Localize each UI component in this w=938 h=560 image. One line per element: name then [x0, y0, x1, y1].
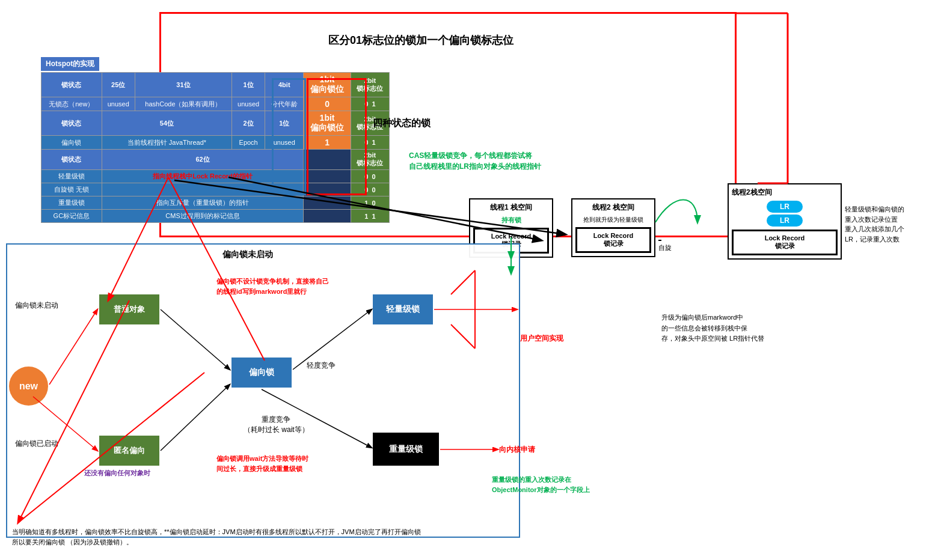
td-bias0: 0 — [304, 97, 351, 111]
td-spinlock-desc — [102, 183, 304, 196]
lr-box2: LR — [767, 215, 803, 227]
lr-sublabel3: 锁记录 — [737, 242, 833, 251]
new-circle: new — [9, 367, 48, 406]
plain-object-box: 普通对象 — [99, 294, 159, 324]
td-flag00b: 0 0 — [351, 183, 389, 196]
th-lockstate2: 锁状态 — [41, 111, 102, 136]
th-2bit: 2位 — [232, 111, 265, 136]
footnote: 当明确知道有多线程时，偏向锁效率不比自旋锁高，**偏向锁启动延时：JVM启动时有… — [12, 527, 553, 548]
th-lockstate1: 锁状态 — [41, 73, 102, 97]
td-age1: 分代年龄 — [265, 97, 304, 111]
bias-desc-text: 偏向锁不设计锁竞争机制，直接将自己 的线程id写到markword里就行 — [216, 276, 349, 296]
td-lr-ptr: 指向线程栈中Lock Record的指针 — [102, 170, 304, 183]
td-empty3 — [304, 196, 351, 210]
td-gc-desc: CMS过程用到的标记信息 — [102, 210, 304, 223]
lr-label3: Lock Record — [737, 234, 833, 242]
footnote-line2: 所以要关闭偏向锁 （因为涉及锁撤销）。 — [12, 537, 553, 548]
main-container: 区分01标志位的锁加一个偏向锁标志位 Hotspot的实现 锁状态 25位 31… — [0, 0, 938, 560]
thread2-lockrecord-right: Lock Record 锁记录 — [732, 230, 838, 255]
td-flag10: 1 0 — [351, 196, 389, 210]
thread2-right-title: 线程2栈空间 — [732, 187, 838, 198]
anon-bias-box: 匿名偏向 — [99, 436, 159, 466]
heavyweight-lock-box: 重量级锁 — [373, 433, 439, 466]
thread2-upgrade-text: 抢到就升级为轻量级锁 — [575, 216, 651, 224]
td-empty4 — [304, 210, 351, 223]
heavy-compete-label: 重度竞争 （耗时过长 wait等） — [244, 415, 309, 435]
th-1bit: 1位 — [232, 73, 265, 97]
lr-label1: Lock Record — [478, 233, 544, 240]
thread2-right-stack: 线程2栈空间 LR LR Lock Record 锁记录 — [728, 183, 842, 260]
th-1bit-bias2: 1bit偏向锁位 — [304, 111, 351, 136]
td-flag00: 0 0 — [351, 170, 389, 183]
thread1-hold: 持有锁 — [473, 216, 549, 225]
lr-sublabel2: 锁记录 — [580, 239, 646, 248]
hotspot-label: Hotspot的实现 — [41, 57, 99, 74]
td-hashcode: hashCode（如果有调用） — [135, 97, 231, 111]
kernel-request-label: 向内核申请 — [499, 445, 535, 455]
lightweight-lock-box: 轻量级锁 — [373, 294, 433, 324]
thread1-title: 线程1 栈空间 — [473, 202, 549, 213]
lr-label2: Lock Record — [580, 232, 646, 239]
th-2bit-flag3: 2bit锁标志位 — [351, 150, 389, 170]
bias-started-left: 偏向锁已启动 — [15, 439, 58, 449]
td-unused3: unused — [265, 136, 304, 150]
td-empty1 — [304, 170, 351, 183]
th-25bit: 25位 — [102, 73, 135, 97]
light-compete-label: 轻度竞争 — [307, 361, 336, 371]
footnote-line1: 当明确知道有多线程时，偏向锁效率不比自旋锁高，**偏向锁启动延时：JVM启动时有… — [12, 527, 553, 538]
cas-text: CAS轻量级锁竞争，每个线程都尝试将 自己线程栈里的LR指向对象头的线程指针 — [409, 150, 541, 172]
th-1bit2: 1位 — [265, 111, 304, 136]
td-newlock: 无锁态（new） — [41, 97, 102, 111]
td-flag01b: 0 1 — [351, 136, 389, 150]
th-4bit1: 4bit — [265, 73, 304, 97]
td-unused1: unused — [102, 97, 135, 111]
td-spinlock: 自旋锁 无锁 — [41, 183, 102, 196]
bottom-box-title: 偏向锁未启动 — [222, 249, 273, 260]
th-2bit-flag1: 2bit锁标志位 — [351, 73, 389, 97]
reenter-desc: 轻量级锁和偏向锁的 重入次数记录位置 重入几次就添加几个 LR，记录重入次数 — [845, 204, 934, 244]
lr-box1: LR — [767, 201, 803, 213]
td-lightweight: 轻量级锁 — [41, 170, 102, 183]
td-javathread: 当前线程指针 JavaThread* — [102, 136, 231, 150]
heavy-compete-subtitle: （耗时过长 wait等） — [244, 425, 309, 435]
page-title: 区分01标志位的锁加一个偏向锁标志位 — [241, 33, 601, 47]
td-epoch: Epoch — [232, 136, 265, 150]
lock-table-area: 锁状态 25位 31位 1位 4bit 1bit偏向锁位 2bit锁标志位 无锁… — [41, 72, 390, 223]
td-flag01: 0 1 — [351, 97, 389, 111]
th-1bit-bias1: 1bit偏向锁位 — [304, 73, 351, 97]
heavy-reenter-text1: 重量级锁的重入次数记录在ObjectMonitor对象的一个字段上 — [492, 476, 590, 493]
th-62bit: 62位 — [102, 150, 304, 170]
th-31bit: 31位 — [135, 73, 231, 97]
thread2-title-mid: 线程2 栈空间 — [575, 202, 651, 213]
thread2-stack-middle: 线程2 栈空间 抢到就升级为轻量级锁 Lock Record 锁记录 — [571, 198, 655, 257]
zizuan-label: 自旋 — [658, 243, 672, 252]
four-states-label: 四种状态的锁 — [373, 117, 431, 130]
td-bias1: 1 — [304, 136, 351, 150]
th-empty — [304, 150, 351, 170]
td-heavylock: 重量级锁 — [41, 196, 102, 210]
thread2-lockrecord-mid: Lock Record 锁记录 — [575, 227, 651, 253]
heavy-compete-red-desc: 偏向锁调用wait方法导致等待时 间过长，直接升级成重量级锁 — [216, 454, 349, 473]
td-unused2: unused — [232, 97, 265, 111]
th-lockstate3: 锁状态 — [41, 150, 102, 170]
td-gcmark: GC标记信息 — [41, 210, 102, 223]
heavy-reenter-desc: 重量级锁的重入次数记录在ObjectMonitor对象的一个字段上 — [492, 475, 612, 495]
th-54bit: 54位 — [102, 111, 231, 136]
heavy-compete-title: 重度竞争 — [244, 415, 309, 425]
td-empty2 — [304, 183, 351, 196]
td-flag11: 1 1 — [351, 210, 389, 223]
anon-desc: 还没有偏向任何对象时 — [84, 469, 150, 478]
td-heavy-ptr: 指向互斥量（重量级锁）的指针 — [102, 196, 304, 210]
bias-upgrade-desc: 升级为偏向锁后markword中 的一些信息会被转移到栈中保 存，对象头中原空间… — [661, 312, 782, 344]
bias-lock-box: 偏向锁 — [231, 358, 292, 388]
user-space-label: 用户空间实现 — [520, 333, 563, 344]
bias-not-started-left: 偏向锁未启动 — [15, 300, 58, 311]
td-biaslock: 偏向锁 — [41, 136, 102, 150]
lock-table: 锁状态 25位 31位 1位 4bit 1bit偏向锁位 2bit锁标志位 无锁… — [41, 72, 390, 223]
